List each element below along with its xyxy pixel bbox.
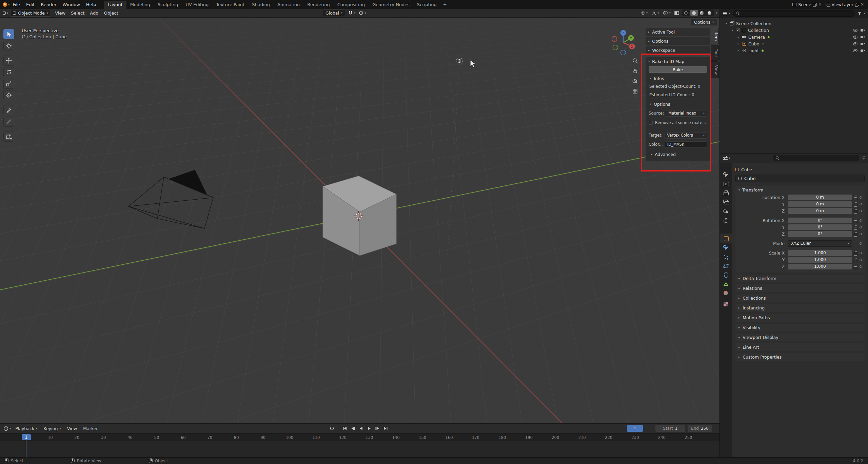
cube-object[interactable]	[323, 176, 396, 256]
jump-to-start-button[interactable]	[341, 425, 348, 432]
transform-panel-header[interactable]: Transform	[735, 186, 865, 194]
lock-icon[interactable]	[852, 232, 858, 236]
bake-panel-header[interactable]: Bake to ID Map	[646, 57, 710, 65]
measure-tool[interactable]	[3, 117, 14, 127]
disclosure-triangle-icon[interactable]: ▸	[737, 42, 740, 45]
collection-checkbox[interactable]	[736, 28, 740, 32]
hide-in-viewport-icon[interactable]	[853, 36, 857, 39]
transform-tool[interactable]	[3, 90, 14, 100]
transform-value-field[interactable]: 0°	[788, 218, 852, 223]
outliner-row[interactable]: ▾ Collection	[720, 27, 868, 34]
workspace-tab[interactable]: UV Editing	[182, 1, 212, 9]
properties-tab[interactable]	[720, 261, 732, 270]
properties-tab[interactable]	[720, 170, 732, 179]
bake-button[interactable]: Bake	[649, 66, 707, 73]
outliner-item-label[interactable]: Camera	[748, 35, 765, 40]
workspace-tab[interactable]: Animation	[274, 1, 303, 9]
light-object[interactable]	[456, 58, 463, 64]
transform-value-field[interactable]: 1.000	[788, 257, 852, 263]
toggle-ortho-button[interactable]	[631, 87, 639, 95]
orientation-dropdown[interactable]: Global	[323, 9, 345, 16]
chevron-down-icon[interactable]	[864, 12, 865, 15]
frame-end-field[interactable]: End 250	[688, 425, 712, 432]
timeline-ruler[interactable]: 1020304050607080901001101201301401501601…	[0, 433, 719, 441]
shading-rendered-button[interactable]	[706, 10, 713, 16]
add-cube-tool[interactable]	[3, 132, 14, 142]
new-viewlayer-icon[interactable]	[855, 3, 859, 6]
cursor-tool[interactable]	[3, 41, 14, 51]
transform-value-field[interactable]: 0 m	[788, 195, 852, 200]
play-reverse-button[interactable]	[357, 425, 364, 432]
collapsed-panel-header[interactable]: Viewport Display	[735, 334, 865, 341]
lock-icon[interactable]	[852, 202, 858, 206]
workspace-tab[interactable]: Geometry Nodes	[369, 1, 413, 9]
annotate-tool[interactable]	[3, 105, 14, 115]
viewlayer-selector[interactable]: ViewLayer	[826, 2, 864, 7]
outliner-row[interactable]: ▸ Light	[720, 47, 868, 54]
topbar-menu-item[interactable]: Render	[38, 2, 59, 7]
disable-in-render-icon[interactable]	[861, 28, 865, 32]
workspace-tab[interactable]: Scripting	[413, 1, 440, 9]
properties-tab[interactable]	[720, 216, 732, 225]
timeline-menu-item[interactable]: Playback	[12, 426, 40, 431]
collapsed-panel-header[interactable]: Custom Properties	[735, 353, 865, 361]
viewlayer-selector-value[interactable]: ViewLayer	[831, 2, 853, 7]
advanced-subpanel-header[interactable]: Advanced	[649, 152, 707, 157]
workspace-tab[interactable]: Rendering	[303, 1, 333, 9]
outliner-row[interactable]: ▸ Camera	[720, 34, 868, 40]
outliner-editor-selector[interactable]	[723, 10, 731, 17]
disable-in-render-icon[interactable]	[861, 35, 865, 39]
animate-dot-icon[interactable]	[858, 196, 863, 199]
disclosure-triangle-icon[interactable]: ▸	[737, 49, 740, 52]
disable-in-render-icon[interactable]	[861, 42, 865, 45]
object-name-field[interactable]: Cube	[735, 175, 865, 182]
properties-tab[interactable]	[720, 252, 732, 261]
pin-icon[interactable]	[862, 156, 865, 160]
lock-icon[interactable]	[852, 225, 858, 229]
disclosure-triangle-icon[interactable]: ▾	[731, 28, 734, 32]
timeline-menu-item[interactable]: View	[64, 426, 80, 431]
animate-dot-icon[interactable]	[858, 242, 863, 245]
target-dropdown[interactable]: Vertex Colors	[665, 132, 707, 139]
animate-dot-icon[interactable]	[858, 252, 863, 254]
jump-to-end-button[interactable]	[382, 425, 389, 432]
collapsed-panel-header[interactable]: Instancing	[735, 304, 865, 312]
frame-start-field[interactable]: Start 1	[655, 425, 685, 432]
properties-tab[interactable]	[720, 243, 732, 252]
shading-material-button[interactable]	[698, 10, 706, 16]
viewport-menu-item[interactable]: Select	[68, 11, 87, 16]
playhead-line[interactable]	[26, 440, 26, 458]
animate-dot-icon[interactable]	[858, 219, 863, 222]
disclosure-triangle-icon[interactable]: ▾	[725, 22, 728, 25]
playhead-frame-badge[interactable]: 1	[22, 434, 31, 440]
outliner-item-label[interactable]: Cube	[748, 41, 759, 46]
camera-object[interactable]	[129, 170, 213, 228]
camera-view-button[interactable]	[631, 77, 639, 85]
topbar-menu-item[interactable]: Edit	[23, 2, 38, 7]
new-scene-icon[interactable]	[813, 3, 816, 6]
select-box-tool[interactable]	[3, 29, 14, 39]
proportional-editing-toggle[interactable]	[358, 9, 367, 16]
hide-in-viewport-icon[interactable]	[853, 42, 857, 45]
lock-icon[interactable]	[852, 251, 858, 255]
properties-tab[interactable]	[720, 234, 732, 243]
unlink-scene-icon[interactable]	[818, 2, 822, 6]
collapsed-panel-header[interactable]: Line Art	[735, 343, 865, 351]
mode-dropdown[interactable]: Object Mode	[10, 10, 51, 17]
scene-selector[interactable]: Scene	[792, 2, 822, 7]
animate-dot-icon[interactable]	[858, 233, 863, 235]
properties-tab[interactable]	[720, 206, 732, 216]
properties-tab[interactable]	[720, 179, 732, 188]
zoom-button[interactable]	[631, 57, 639, 64]
sidebar-section-header[interactable]: Workspace	[646, 46, 710, 54]
transform-value-field[interactable]: 0 m	[788, 201, 852, 207]
properties-tab[interactable]	[720, 197, 732, 206]
3d-viewport[interactable]: User Perspective (1) Collection | Cube	[0, 18, 719, 423]
animate-dot-icon[interactable]	[858, 226, 863, 228]
collapsed-panel-header[interactable]: Delta Transform	[735, 275, 865, 282]
shading-wireframe-button[interactable]	[683, 10, 690, 16]
transform-value-field[interactable]: 1.000	[788, 250, 852, 256]
navigation-gizmo[interactable]: Z Y X	[606, 26, 640, 60]
filter-icon[interactable]	[857, 12, 862, 15]
disable-in-render-icon[interactable]	[861, 49, 865, 52]
